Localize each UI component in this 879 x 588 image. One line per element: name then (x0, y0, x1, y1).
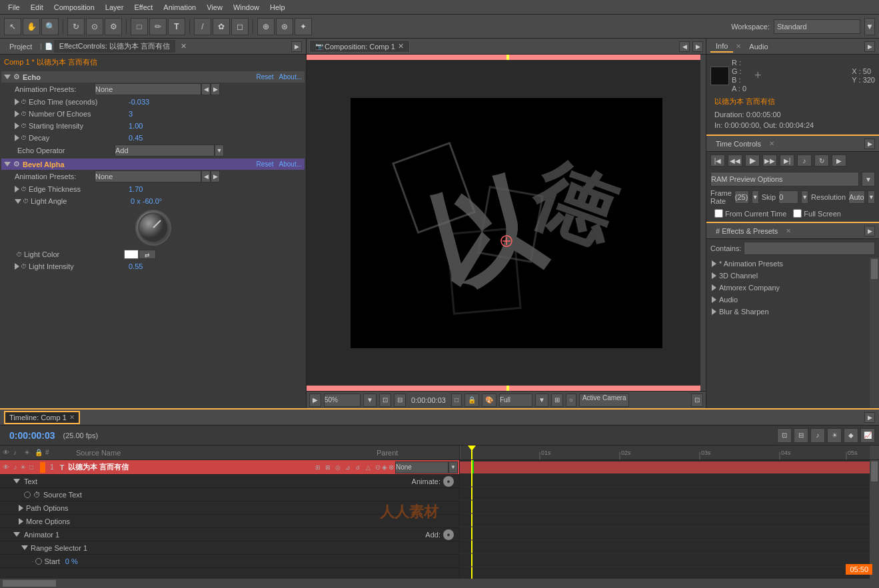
pen-tool[interactable]: ✏ (149, 18, 167, 35)
workspace-dropdown-arrow[interactable]: ▼ (864, 18, 875, 35)
selection-tool[interactable]: ↖ (4, 18, 21, 35)
echo-start-intensity-value[interactable]: 1.00 (129, 122, 143, 130)
effects-item-atmorex[interactable]: Atmorex Company (706, 282, 870, 294)
sublayer-range-arrow[interactable] (21, 545, 28, 550)
menu-animation[interactable]: Animation (158, 2, 201, 13)
eraser-tool[interactable]: ◻ (231, 18, 249, 35)
timeline-ruler[interactable]: 01s 02s 03s 04s 05s (460, 445, 870, 459)
comp-nav-prev[interactable]: ◀ (679, 41, 690, 52)
menu-layer[interactable]: Layer (100, 2, 129, 13)
info-tab[interactable]: Info (710, 41, 733, 53)
sublayer-more-options[interactable]: More Options (0, 515, 459, 528)
echo-anim-dropdown[interactable]: None (95, 83, 201, 95)
menu-edit[interactable]: Edit (25, 2, 49, 13)
bevel-angle-stopwatch[interactable]: ⏱ (21, 197, 29, 205)
layer-1-audio[interactable]: ♪ (11, 463, 20, 471)
viewer-zoom-dropdown[interactable]: 50% (324, 394, 361, 407)
rect-mask-tool[interactable]: □ (131, 18, 148, 35)
timeline-time-display[interactable]: 0:00:00:03 (4, 430, 61, 441)
sublayer-start-circle[interactable] (35, 558, 42, 565)
viewer-time-btn[interactable]: □ (451, 394, 462, 407)
frame-rate-arrow[interactable]: ▼ (752, 190, 759, 204)
sublayer-more-arrow[interactable] (19, 518, 23, 525)
menu-effect[interactable]: Effect (129, 2, 158, 13)
effect-controls-tab[interactable]: EffectControls: 以德为本 言而有信 (54, 40, 175, 53)
sublayer-animator1-add-btn[interactable]: ● (443, 529, 454, 540)
viewer-render-btn[interactable]: ○ (566, 394, 576, 407)
tc-go-start[interactable]: |◀ (710, 154, 725, 166)
echo-operator-arrow[interactable]: ▼ (215, 145, 224, 156)
layer-row-1[interactable]: 👁 ♪ ☀ □ 1 T 以德为本 言而有信 ⊞ ⊠ ◎ ⊿ ☌ △ ⊙ (0, 460, 459, 475)
sublayer-range-selector[interactable]: Range Selector 1 (0, 541, 459, 555)
menu-composition[interactable]: Composition (49, 2, 100, 13)
workspace-dropdown[interactable]: Standard (774, 19, 860, 34)
tl-graph-btn[interactable]: 📈 (860, 428, 875, 443)
echo-header[interactable]: ⚙ Echo Reset About... (1, 71, 305, 83)
timeline-h-scrollbar-thumb[interactable] (3, 580, 56, 587)
tc-audio[interactable]: ♪ (797, 154, 812, 166)
echo-time-value[interactable]: -0.033 (129, 98, 149, 106)
resolution-dropdown[interactable]: Auto (848, 190, 865, 204)
effects-search-input[interactable] (744, 242, 875, 255)
effects-item-blur[interactable]: Blur & Sharpen (706, 306, 870, 318)
bevel-angle-value[interactable]: 0 x -60.0° (131, 197, 162, 205)
bevel-color-btn[interactable]: ⇄ (139, 250, 156, 259)
ram-preview-dropdown-arrow[interactable]: ▼ (862, 172, 875, 186)
layer-1-parent-arrow[interactable]: ▼ (448, 461, 458, 473)
tc-prev-frame[interactable]: ◀◀ (728, 154, 742, 166)
viewer-grid-btn[interactable]: ⊞ (551, 394, 563, 407)
echo-operator-dropdown[interactable]: Add (115, 145, 215, 156)
comp-tab-close[interactable]: ✕ (398, 42, 404, 51)
tc-loop[interactable]: ↻ (814, 154, 829, 166)
tl-markers-btn[interactable]: ◆ (844, 428, 858, 443)
echo-reset[interactable]: Reset (256, 73, 273, 81)
sublayer-start-value[interactable]: 0 % (65, 557, 78, 565)
project-tab[interactable]: Project (4, 41, 37, 52)
info-panel-nav[interactable]: ▶ (864, 41, 875, 52)
echo-num-collapse[interactable] (15, 111, 19, 117)
sublayer-text-arrow[interactable] (13, 479, 20, 483)
bevel-color-stopwatch[interactable]: ⏱ (15, 250, 23, 258)
tl-draft-btn[interactable]: ⊟ (794, 428, 808, 443)
viewer-preview-btn[interactable]: ▶ (309, 394, 321, 407)
bevel-intensity-value[interactable]: 0.55 (129, 262, 143, 270)
sublayer-path-arrow[interactable] (19, 505, 23, 511)
sublayer-path-options[interactable]: Path Options (0, 501, 459, 515)
skip-arrow[interactable]: ▼ (801, 190, 808, 204)
viewer-quality-arrow[interactable]: ▼ (535, 394, 548, 407)
layer-1-eye[interactable]: 👁 (1, 463, 11, 471)
effects-item-blur-arrow[interactable] (712, 308, 716, 315)
time-controls-tab[interactable]: Time Controls (710, 139, 766, 149)
bevel-angle-collapse[interactable] (15, 199, 21, 204)
sublayer-animator1[interactable]: Animator 1 Add: ● (0, 528, 459, 541)
sublayer-source-text-dot[interactable] (24, 491, 31, 498)
timeline-tab-close[interactable]: ✕ (69, 414, 75, 421)
layer-1-name[interactable]: 以德为本 言而有信 (67, 462, 313, 472)
layer-1-sw1[interactable]: ⊞ (313, 463, 323, 472)
effects-item-3d[interactable]: 3D Channel (706, 270, 870, 282)
hand-tool[interactable]: ✋ (23, 18, 40, 35)
echo-collapse-arrow[interactable] (4, 75, 11, 79)
comp-nav-next[interactable]: ▶ (692, 41, 703, 52)
sublayer-source-text-stopwatch[interactable]: ⏱ (33, 491, 41, 499)
timeline-body-scrollbar-thumb[interactable] (871, 461, 878, 481)
menu-view[interactable]: View (201, 2, 228, 13)
menu-file[interactable]: File (3, 2, 25, 13)
sublayer-start[interactable]: · Start 0 % (0, 555, 459, 568)
echo-start-intensity-collapse[interactable] (15, 123, 19, 129)
resolution-arrow[interactable]: ▼ (868, 190, 875, 204)
bevel-dial[interactable] (135, 210, 171, 246)
skip-input[interactable] (778, 190, 798, 204)
timeline-panel-nav[interactable]: ▶ (864, 412, 875, 423)
viewer-color-btn[interactable]: 🎨 (482, 394, 496, 407)
layer-1-solo[interactable]: ☀ (20, 463, 29, 471)
tc-play[interactable]: ▶ (745, 154, 760, 166)
ram-preview-dropdown[interactable]: RAM Preview Options (710, 172, 859, 186)
layer-1-sw5[interactable]: ☌ (353, 463, 363, 472)
orbit-tool[interactable]: ⊙ (86, 18, 103, 35)
tc-ram[interactable]: ▶ (832, 154, 846, 166)
bevel-anim-dropdown[interactable]: None (95, 170, 201, 182)
effects-item-3d-arrow[interactable] (712, 272, 716, 279)
effects-presets-tab[interactable]: # Effects & Presets (710, 226, 783, 236)
echo-about[interactable]: About... (279, 73, 302, 81)
